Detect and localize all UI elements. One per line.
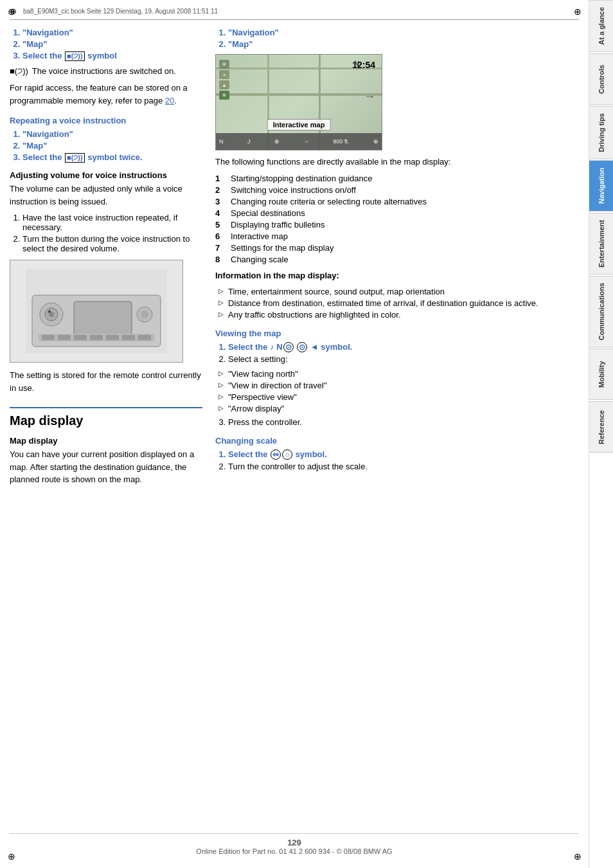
step-item: Select the ■(੭)) symbol — [22, 51, 202, 61]
info-heading: Information in the map display: — [215, 269, 579, 282]
function-number: 5 — [215, 220, 226, 230]
map-function-item: 6 Interactive map — [215, 231, 579, 241]
map-display-sub: Map display — [10, 436, 202, 446]
tab-label: Navigation — [598, 168, 605, 204]
info-bullet: Time, entertainment source, sound output… — [218, 287, 579, 296]
tab-label: Reference — [598, 410, 605, 444]
map-function-item: 3 Changing route criteria or selecting r… — [215, 197, 579, 206]
svg-rect-8 — [106, 335, 119, 340]
viewing-step3-list: Press the controller. — [215, 417, 579, 427]
function-number: 1 — [215, 174, 226, 183]
step-item: "Navigation" — [22, 28, 202, 37]
car-svg: ▲ — [26, 269, 167, 353]
svg-text:▲: ▲ — [47, 308, 52, 314]
sidebar-tab-controls[interactable]: Controls — [589, 53, 613, 105]
copyright-text: Online Edition for Part no. 01 41 2 600 … — [196, 847, 392, 855]
right-steps-group1: "Navigation" "Map" — [215, 28, 579, 49]
page-number: 129 — [287, 838, 301, 847]
left-steps-group3: Have the last voice instruction repeated… — [10, 213, 202, 253]
step-text: "Navigation" — [22, 28, 73, 37]
step-item: "Map" — [22, 141, 202, 150]
car-image: ▲ — [10, 260, 183, 363]
svg-rect-4 — [42, 335, 55, 340]
step-item: Select a setting: — [228, 354, 579, 364]
corner-marker-br: ⊕ — [571, 850, 584, 863]
map-function-item: 1 Starting/stopping destination guidance — [215, 174, 579, 183]
changing-scale-heading: Changing scale — [215, 436, 579, 446]
tab-label: Driving tips — [598, 113, 605, 152]
speaker-note-icon: ■(੭)) — [10, 66, 28, 77]
tab-label: Mobility — [598, 361, 605, 388]
sidebar-tab-mobility[interactable]: Mobility — [589, 348, 613, 400]
step-item: Select the ⇔○ symbol. — [228, 449, 579, 460]
step-item: "Navigation" — [22, 129, 202, 139]
circle-symbol2: ⊙ — [297, 342, 307, 352]
viewing-bullet: "View facing north" — [218, 369, 579, 379]
viewing-steps: Select the ♪ N⊙ ⊙ ◄ symbol. Select a set… — [215, 342, 579, 364]
speaker-symbol: ■(੭)) — [65, 51, 85, 61]
repeating-heading: Repeating a voice instruction — [10, 116, 202, 125]
map-function-item: 5 Displaying traffic bulletins — [215, 220, 579, 230]
viewing-bullet: "View in direction of travel" — [218, 381, 579, 390]
function-text: Displaying traffic bulletins — [231, 220, 324, 230]
sidebar-tab-driving-tips[interactable]: Driving tips — [589, 106, 613, 159]
corner-marker-tr: ⊕ — [571, 5, 584, 18]
svg-rect-9 — [122, 335, 135, 340]
header-file-info: ba8_E90M3_cic.book Seite 129 Dienstag, 1… — [23, 8, 218, 15]
left-steps-group1: "Navigation" "Map" Select the ■(੭)) symb… — [10, 28, 202, 61]
step-text: "Map" — [22, 39, 47, 49]
info-bullet: Distance from destination, estimated tim… — [218, 298, 579, 308]
sidebar-tab-entertainment[interactable]: Entertainment — [589, 213, 613, 275]
voice-on-note: ■(੭)) The voice instructions are switche… — [10, 66, 202, 77]
tab-label: Entertainment — [598, 220, 605, 267]
info-bullets-list: Time, entertainment source, sound output… — [215, 287, 579, 320]
sidebar-tab-communications[interactable]: Communications — [589, 276, 613, 347]
step-item: Turn the controller to adjust the scale. — [228, 462, 579, 471]
function-text: Starting/stopping destination guidance — [231, 174, 372, 183]
function-number: 6 — [215, 231, 226, 241]
function-text: Changing scale — [231, 255, 289, 264]
function-text: Special destinations — [231, 208, 305, 218]
sidebar: At a glance Controls Driving tips Naviga… — [589, 0, 613, 868]
step-item: Have the last voice instruction repeated… — [22, 213, 202, 232]
step-item: Select the ♪ N⊙ ⊙ ◄ symbol. — [228, 342, 579, 352]
map-function-item: 4 Special destinations — [215, 208, 579, 218]
svg-rect-6 — [74, 335, 87, 340]
note-text: The voice instructions are switched on. — [32, 66, 176, 76]
step-item: "Map" — [22, 39, 202, 49]
sidebar-tab-navigation[interactable]: Navigation — [589, 160, 613, 212]
volume-heading: Adjusting volume for voice instructions — [10, 170, 202, 180]
function-number: 4 — [215, 208, 226, 218]
sidebar-tab-at-a-glance[interactable]: At a glance — [589, 0, 613, 52]
function-text: Switching voice instructions on/off — [231, 185, 356, 195]
page-link[interactable]: 20 — [165, 96, 174, 105]
map-functions-intro: The following functions are directly ava… — [215, 156, 579, 168]
viewing-bullets: "View facing north" "View in direction o… — [215, 369, 579, 413]
sidebar-tab-reference[interactable]: Reference — [589, 401, 613, 453]
left-steps-group2: "Navigation" "Map" Select the ■(੭)) symb… — [10, 129, 202, 163]
function-text: Changing route criteria or selecting rou… — [231, 197, 427, 206]
viewing-bullet: "Arrow display" — [218, 404, 579, 413]
scale-symbol: ⇔ — [271, 449, 281, 460]
tab-label: Communications — [598, 283, 605, 340]
svg-rect-5 — [58, 335, 71, 340]
svg-rect-7 — [90, 335, 103, 340]
corner-marker-tl: ⊕ — [5, 5, 18, 18]
speaker-symbol: ■(੭)) — [65, 153, 85, 163]
step-item: Select the ■(੭)) symbol twice. — [22, 152, 202, 163]
info-bullet: Any traffic obstructions are highlighted… — [218, 310, 579, 320]
step-item: "Navigation" — [228, 28, 579, 37]
viewing-bullet: "Perspective view" — [218, 392, 579, 402]
rapid-access-note: For rapid access, the feature can be sto… — [10, 82, 202, 107]
map-display-desc: You can have your current position displ… — [10, 448, 202, 486]
viewing-heading: Viewing the map — [215, 329, 579, 338]
map-label: Interactive map — [267, 119, 331, 131]
map-functions-list: 1 Starting/stopping destination guidance… — [215, 174, 579, 264]
tab-label: Controls — [598, 64, 605, 93]
step-item: "Map" — [228, 39, 579, 49]
function-number: 7 — [215, 243, 226, 253]
function-text: Settings for the map display — [231, 243, 333, 253]
map-image: ⊕ ≡ ▲ ⊕ 12:54 — [215, 54, 382, 150]
svg-rect-2 — [74, 302, 132, 337]
function-text: Interactive map — [231, 231, 288, 241]
